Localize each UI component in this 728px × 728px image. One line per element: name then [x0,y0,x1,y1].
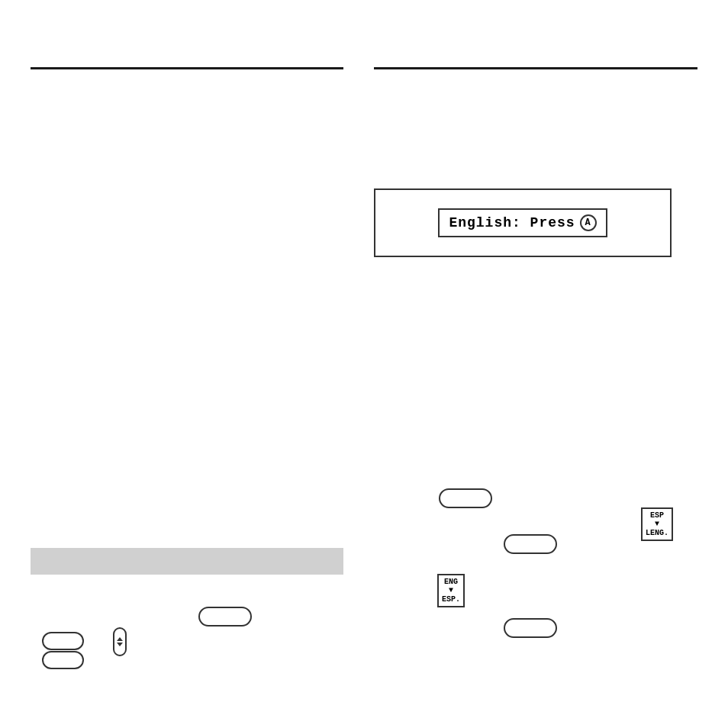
pill-button-left-top[interactable] [198,607,252,627]
esp-leng-inner: ESP ▼ LENG. [646,511,668,538]
lcd-display-inner: English: Press A [438,208,607,237]
scroll-down-arrow [117,643,123,646]
scroll-up-arrow [117,637,123,641]
pill-button-left-small-2[interactable] [42,651,84,669]
divider-right [374,67,697,69]
eng-esp-display: ENG ▼ ESP. [437,574,465,607]
pill-button-right-2[interactable] [504,534,557,554]
pill-button-right-3[interactable] [504,618,557,638]
pill-button-right-1[interactable] [439,488,492,508]
pill-button-left-small-1[interactable] [42,632,84,650]
gray-bar [31,548,343,575]
leng-label: LENG. [646,528,668,538]
eng-arrow: ▼ [449,587,453,594]
divider-left [31,67,343,69]
esp-leng-display: ESP ▼ LENG. [641,507,673,541]
esp-label-lower: ESP. [442,594,460,604]
btn-a-icon: A [580,214,597,231]
lcd-display-outer: English: Press A [374,188,672,257]
esp-arrow: ▼ [655,520,659,528]
scroll-icon[interactable] [113,627,127,656]
english-press-text: English: Press [449,215,575,230]
